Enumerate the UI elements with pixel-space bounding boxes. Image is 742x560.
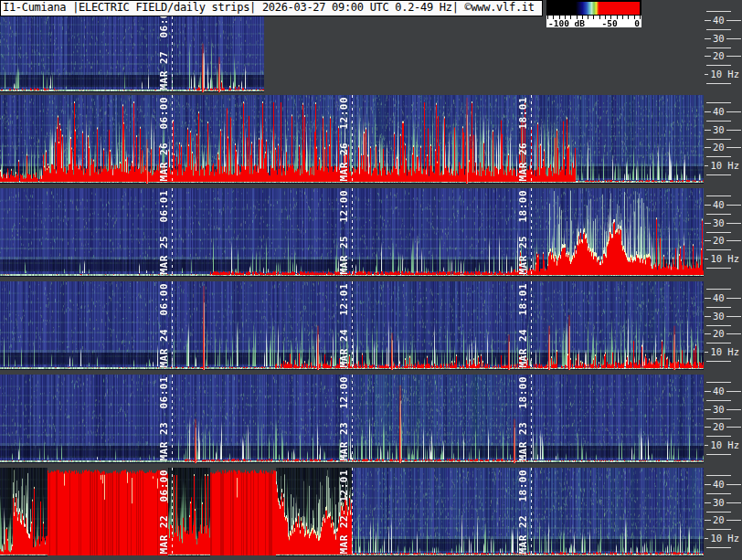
- time-gridline-label: MAR 24 06:00: [158, 283, 170, 368]
- spectrogram-strip-mar-24: MAR 24 06:00MAR 24 12:01MAR 24 18:01: [0, 281, 704, 370]
- colorbar-scale: -100 dB -50 0: [546, 16, 641, 27]
- title-bar: I1-Cumiana |ELECTRIC FIELD/daily strips|…: [0, 0, 543, 16]
- freq-minor-tick: [706, 325, 731, 326]
- tick-dash: [726, 502, 741, 503]
- freq-major-tick: 30: [705, 34, 741, 44]
- freq-minor-tick: [706, 289, 731, 290]
- freq-major-tick: 10 Hz: [705, 161, 741, 171]
- freq-tick-label: 10 Hz: [708, 161, 741, 171]
- tick-dash: [726, 333, 741, 334]
- freq-tick-label: 10 Hz: [708, 440, 741, 450]
- tick-dash: [726, 111, 741, 112]
- freq-tick-label: 10 Hz: [708, 347, 741, 357]
- tick-dash: [705, 38, 711, 39]
- freq-tick-label: 20: [711, 143, 726, 153]
- freq-minor-tick: [706, 512, 731, 512]
- freq-major-tick: 40: [705, 200, 741, 210]
- freq-minor-tick: [706, 454, 731, 455]
- freq-minor-tick: [706, 493, 731, 494]
- time-gridline: [531, 375, 532, 463]
- time-gridline-label: MAR 23 12:00: [338, 376, 350, 461]
- colorbar-mid-label: -50: [602, 19, 618, 27]
- freq-tick-label: 10 Hz: [708, 254, 741, 264]
- tick-dash: [726, 298, 741, 299]
- time-gridline-label: MAR 25 18:00: [517, 190, 529, 275]
- frequency-axis: 40302010 Hz: [704, 4, 742, 92]
- freq-minor-tick: [706, 268, 731, 269]
- tick-dash: [705, 502, 711, 503]
- freq-major-tick: 20: [705, 515, 741, 525]
- frequency-axis: 40302010 Hz: [704, 468, 742, 556]
- tick-dash: [726, 147, 741, 148]
- time-gridline: [352, 468, 353, 556]
- freq-tick-label: 40: [711, 16, 726, 26]
- tick-dash: [705, 223, 711, 224]
- freq-minor-tick: [706, 547, 731, 548]
- freq-minor-tick: [706, 529, 731, 530]
- frequency-axis: 40302010 Hz: [704, 188, 742, 277]
- freq-minor-tick: [706, 156, 731, 157]
- freq-major-tick: 10 Hz: [705, 347, 741, 357]
- freq-major-tick: 20: [705, 143, 741, 153]
- freq-minor-tick: [706, 83, 731, 84]
- freq-minor-tick: [706, 214, 731, 215]
- time-gridline: [172, 281, 173, 370]
- freq-minor-tick: [706, 139, 731, 140]
- tick-dash: [726, 20, 741, 21]
- freq-minor-tick: [706, 249, 731, 250]
- time-gridline: [352, 188, 353, 277]
- freq-tick-label: 30: [711, 405, 726, 415]
- freq-minor-tick: [706, 29, 731, 30]
- tick-dash: [705, 520, 711, 521]
- tick-dash: [726, 316, 741, 317]
- freq-major-tick: 10 Hz: [705, 534, 741, 544]
- time-gridline-label: MAR 27 06:01: [158, 5, 170, 90]
- freq-minor-tick: [706, 343, 731, 343]
- time-gridline: [352, 95, 353, 184]
- colorbar-gradient: [548, 2, 640, 15]
- freq-tick-label: 30: [711, 312, 726, 322]
- freq-major-tick: 10 Hz: [705, 254, 741, 264]
- time-gridline-label: MAR 22 12:01: [338, 470, 350, 555]
- tick-dash: [726, 391, 741, 392]
- tick-dash: [705, 205, 711, 206]
- tick-dash: [726, 38, 741, 39]
- spectrogram-strip-mar-22: MAR 22 06:00MAR 22 12:01MAR 22 18:00: [0, 468, 704, 556]
- tick-dash: [726, 240, 741, 241]
- freq-major-tick: 30: [705, 218, 741, 228]
- tick-dash: [705, 316, 711, 317]
- frequency-axis: 40302010 Hz: [704, 95, 742, 184]
- freq-tick-label: 30: [711, 498, 726, 508]
- freq-minor-tick: [706, 475, 731, 476]
- freq-minor-tick: [706, 436, 731, 437]
- freq-major-tick: 20: [705, 51, 741, 61]
- freq-major-tick: 20: [705, 236, 741, 246]
- frequency-axis: 40302010 Hz: [704, 281, 742, 370]
- freq-tick-label: 10 Hz: [708, 69, 741, 79]
- freq-tick-label: 40: [711, 200, 726, 210]
- time-gridline: [352, 375, 353, 463]
- spectrogram-strip-mar-23: MAR 23 06:01MAR 23 12:00MAR 23 18:00: [0, 375, 704, 463]
- freq-tick-label: 20: [711, 515, 726, 525]
- freq-tick-label: 10 Hz: [708, 534, 741, 544]
- freq-major-tick: 30: [705, 312, 741, 322]
- freq-major-tick: 20: [705, 422, 741, 432]
- freq-major-tick: 30: [705, 125, 741, 135]
- time-gridline-label: MAR 25 12:00: [338, 190, 350, 275]
- time-gridline-label: MAR 22 18:00: [517, 470, 529, 555]
- freq-tick-label: 20: [711, 236, 726, 246]
- freq-minor-tick: [706, 65, 731, 66]
- freq-tick-label: 20: [711, 51, 726, 61]
- tick-dash: [705, 484, 711, 485]
- freq-minor-tick: [706, 400, 731, 401]
- freq-tick-label: 40: [711, 480, 726, 490]
- freq-minor-tick: [706, 418, 731, 419]
- time-gridline: [172, 4, 173, 92]
- time-gridline: [172, 375, 173, 463]
- time-gridline-label: MAR 24 18:01: [517, 283, 529, 368]
- tick-dash: [726, 520, 741, 521]
- freq-minor-tick: [706, 174, 731, 175]
- colorbar-min-label: -100 dB: [548, 19, 585, 27]
- freq-major-tick: 40: [705, 293, 741, 303]
- tick-dash: [726, 56, 741, 57]
